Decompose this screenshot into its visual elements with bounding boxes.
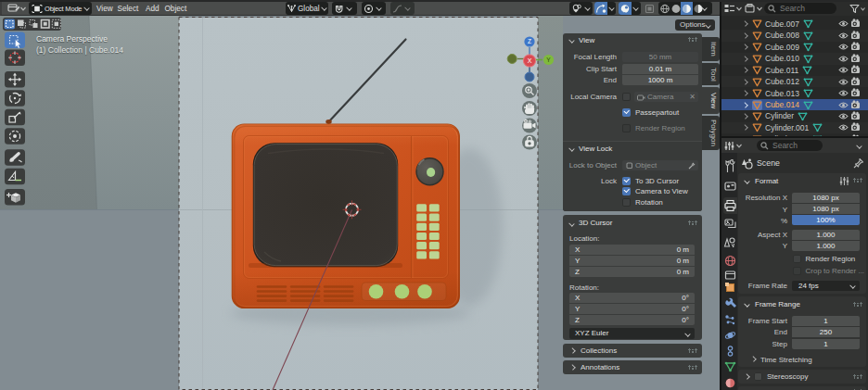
svg-text:Y: Y bbox=[546, 57, 551, 63]
svg-text:X: X bbox=[528, 57, 532, 64]
svg-text:Z: Z bbox=[528, 38, 531, 44]
